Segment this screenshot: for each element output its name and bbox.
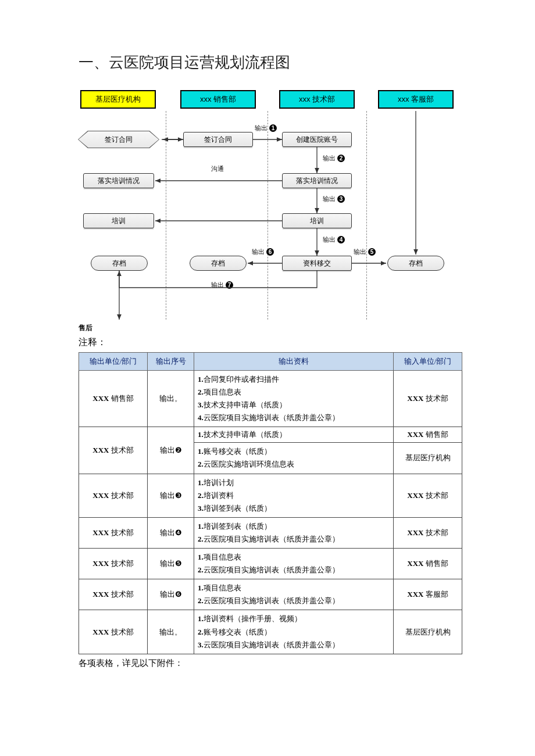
flow-diagram: 基层医疗机构 xxx 销售部 xxx 技术部 xxx 客服部 签订合同 签订合同… — [76, 90, 459, 320]
node-sign-contract-org: 签订合同 — [76, 131, 162, 148]
cell-out-dept: XXX 技术部 — [79, 610, 148, 654]
cell-seq: 输出❷ — [148, 427, 194, 474]
th-in-dept: 输入单位/部门 — [394, 353, 462, 371]
lane-divider — [268, 111, 268, 320]
lane-divider — [166, 111, 166, 320]
footnote: 各项表格，详见以下附件： — [79, 658, 456, 669]
cell-in-dept: 基层医疗机构 — [394, 610, 462, 654]
output-label-4: 输出4 — [323, 235, 345, 244]
cell-materials: 1.项目信息表 2.云医院项目实施培训表（纸质并盖公章） — [194, 579, 394, 610]
cell-out-dept: XXX XXX 销售部销售部 — [79, 371, 148, 427]
node-train-status-org: 落实培训情况 — [83, 173, 154, 188]
output-label-3: 输出3 — [323, 195, 345, 203]
node-label: 签订合同 — [105, 135, 133, 145]
communicate-label: 沟通 — [211, 164, 224, 173]
cell-seq: 输出。 — [148, 371, 194, 427]
output-label-7: 输出7 — [211, 281, 233, 289]
cell-in-dept: 基层医疗机构 — [394, 443, 462, 474]
cell-in-dept: XXX 客服部 — [394, 579, 462, 610]
lane-divider — [366, 111, 367, 320]
output-label-6: 输出6 — [252, 248, 274, 256]
output-label-2: 输出2 — [323, 154, 345, 163]
page-title: 一、云医院项目运营规划流程图 — [79, 52, 456, 73]
th-out-dept: 输出单位/部门 — [79, 353, 148, 371]
cell-in-dept: XXX 销售部 — [394, 427, 462, 443]
cell-materials: 1.培训签到表（纸质） 2.云医院项目实施培训表（纸质并盖公章） — [194, 517, 394, 548]
lane-header-1: 基层医疗机构 — [80, 90, 156, 109]
cell-materials: 1.培训资料（操作手册、视频） 2.账号移交表（纸质） 3.云医院项目实施培训表… — [194, 610, 394, 654]
node-archive-service: 存档 — [387, 256, 444, 271]
node-training-org: 培训 — [83, 213, 154, 228]
lane-header-4: xxx 客服部 — [378, 90, 454, 109]
cell-materials: 1.项目信息表 2.云医院项目实施培训表（纸质并盖公章） — [194, 549, 394, 579]
cell-materials: 1.账号移交表（纸质） 2.云医院实施培训环境信息表 — [194, 443, 394, 474]
notes-title: 注释： — [79, 336, 456, 349]
cell-materials: 1.培训计划 2.培训资料 3.培训签到表（纸质） — [194, 474, 394, 517]
node-training-tech: 培训 — [282, 213, 352, 228]
cell-out-dept: XXX 技术部 — [79, 549, 148, 579]
node-create-account: 创建医院账号 — [282, 132, 352, 147]
cell-seq: 输出❹ — [148, 517, 194, 548]
lane-header-3: xxx 技术部 — [279, 90, 355, 109]
node-archive-org: 存档 — [91, 256, 148, 271]
cell-in-dept: XXX 技术部 — [394, 474, 462, 517]
cell-out-dept: XXX 技术部 — [79, 427, 148, 474]
cell-in-dept: XXX 销售部 — [394, 549, 462, 579]
node-archive-sales: 存档 — [190, 256, 247, 271]
cell-in-dept: XXX 技术部 — [394, 517, 462, 548]
cell-out-dept: XXX 技术部 — [79, 579, 148, 610]
cell-seq: 输出❸ — [148, 474, 194, 517]
cell-out-dept: XXX 技术部 — [79, 474, 148, 517]
cell-in-dept: XXX 技术部 — [394, 371, 462, 427]
output-label-1: 输出1 — [255, 124, 277, 132]
aftersale-label: 售后 — [79, 323, 456, 333]
node-handover: 资料移交 — [282, 256, 352, 271]
cell-out-dept: XXX 技术部 — [79, 517, 148, 548]
cell-seq: 输出❺ — [148, 549, 194, 579]
node-sign-contract-sales: 签订合同 — [183, 132, 253, 147]
cell-materials: 1.技术支持申请单（纸质） — [194, 427, 394, 443]
cell-seq: 输出。 — [148, 610, 194, 654]
cell-seq: 输出❻ — [148, 579, 194, 610]
cell-materials: 1.合同复印件或者扫描件 2.项目信息表 3.技术支持申请单（纸质） 4.云医院… — [194, 371, 394, 427]
th-seq: 输出序号 — [148, 353, 194, 371]
node-train-status-tech: 落实培训情况 — [282, 173, 352, 188]
lane-header-2: xxx 销售部 — [180, 90, 256, 109]
th-materials: 输出资料 — [194, 353, 394, 371]
output-table: 输出单位/部门 输出序号 输出资料 输入单位/部门 XXX XXX 销售部销售部… — [79, 352, 462, 654]
output-label-5: 输出5 — [354, 248, 376, 256]
